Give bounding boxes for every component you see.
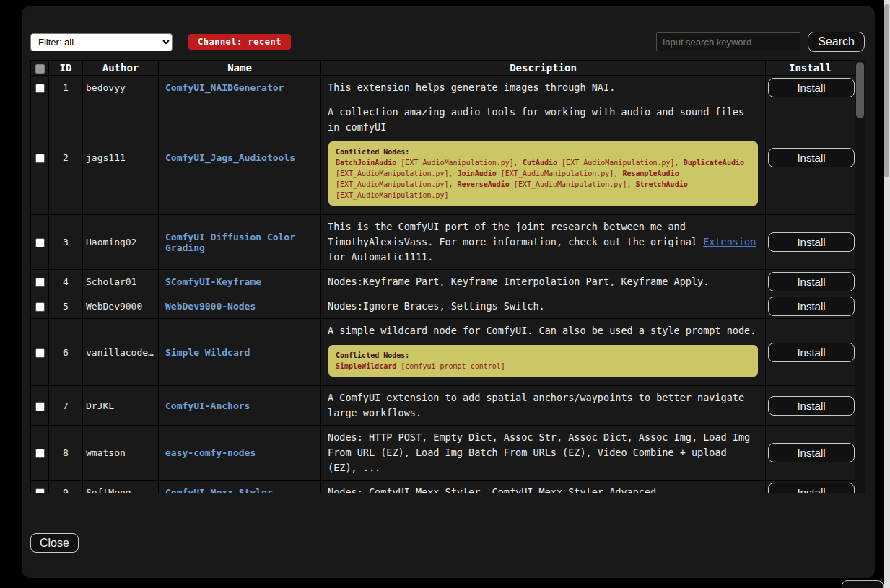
description-text: Nodes: ComfyUI Mexx Styler, ComfyUI Mexx… xyxy=(328,485,759,493)
extension-name-link[interactable]: ComfyUI_NAIDGenerator xyxy=(165,82,284,93)
install-button[interactable]: Install xyxy=(768,396,855,416)
extensions-table-container: ID Author Name Description Install 1bedo… xyxy=(30,60,865,493)
row-select-cell xyxy=(31,76,49,100)
row-checkbox[interactable] xyxy=(35,348,45,358)
row-select-cell xyxy=(31,100,49,215)
row-author: Haoming02 xyxy=(83,215,159,270)
search-button[interactable]: Search xyxy=(808,32,865,52)
row-install-cell: Install xyxy=(766,100,855,215)
description-text: Nodes: HTTP POST, Empty Dict, Assoc Str,… xyxy=(328,430,759,475)
row-id: 2 xyxy=(49,100,83,215)
description-text: This extension helps generate images thr… xyxy=(328,80,759,95)
extension-name-link[interactable]: ComfyUI_Jags_Audiotools xyxy=(165,152,295,163)
install-button[interactable]: Install xyxy=(768,232,855,252)
conflicted-nodes-box: Conflicted Nodes:SimpleWildcard [comfyui… xyxy=(328,345,758,377)
table-row: 8wmatsoneasy-comfy-nodesNodes: HTTP POST… xyxy=(31,426,855,481)
row-id: 5 xyxy=(49,294,83,319)
row-checkbox[interactable] xyxy=(35,449,45,458)
close-button[interactable]: Close xyxy=(30,533,79,553)
row-checkbox[interactable] xyxy=(35,302,45,312)
description-text: A simple wildcard node for ComfyUI. Can … xyxy=(328,323,759,338)
extension-name-link[interactable]: ComfyUI-Anchors xyxy=(165,400,250,411)
row-description-cell: Nodes:Ignore Braces, Settings Switch. xyxy=(321,294,766,319)
table-row: 4Scholar01SComfyUI-KeyframeNodes:Keyfram… xyxy=(31,270,855,294)
row-checkbox[interactable] xyxy=(35,154,45,163)
install-button[interactable]: Install xyxy=(768,297,855,316)
row-id: 8 xyxy=(49,426,83,481)
row-name-cell: easy-comfy-nodes xyxy=(159,426,321,481)
install-button[interactable]: Install xyxy=(768,343,855,362)
conflict-node-ext: [comfyui-prompt-control] xyxy=(396,362,505,370)
select-all-cell xyxy=(31,61,49,76)
row-id: 3 xyxy=(49,215,83,270)
row-author: vanillacode… xyxy=(83,319,159,386)
install-button[interactable]: Install xyxy=(768,443,855,462)
row-install-cell: Install xyxy=(766,215,855,270)
extension-name-link[interactable]: ComfyUI_Mexx_Styler xyxy=(165,487,273,493)
row-author: bedovyy xyxy=(83,76,159,100)
row-checkbox[interactable] xyxy=(35,278,45,287)
table-row: 7DrJKLComfyUI-AnchorsA ComfyUI extension… xyxy=(31,386,855,426)
extension-name-link[interactable]: ComfyUI Diffusion Color Grading xyxy=(165,232,295,253)
conflict-node-name: BatchJoinAudio xyxy=(336,159,396,167)
conflict-node-name: JoinAudio xyxy=(458,170,497,177)
row-install-cell: Install xyxy=(766,270,855,294)
description-text: Nodes:Ignore Braces, Settings Switch. xyxy=(328,299,759,314)
install-button[interactable]: Install xyxy=(768,148,855,167)
row-checkbox[interactable] xyxy=(35,488,45,493)
row-name-cell: ComfyUI-Anchors xyxy=(159,386,321,426)
row-author: DrJKL xyxy=(83,386,159,426)
toolbar: Filter: all Channel: recent Search xyxy=(30,32,865,52)
conflict-node-ext: [EXT_AudioManipulation.py] xyxy=(336,191,449,199)
row-checkbox[interactable] xyxy=(35,402,45,411)
row-name-cell: ComfyUI Diffusion Color Grading xyxy=(159,215,321,270)
extension-name-link[interactable]: Simple Wildcard xyxy=(165,347,250,358)
select-all-checkbox[interactable] xyxy=(35,64,45,74)
filter-select[interactable]: Filter: all xyxy=(30,33,173,51)
conflicted-nodes-title: Conflicted Nodes: xyxy=(336,146,751,157)
table-scrollbar-thumb[interactable] xyxy=(856,62,864,118)
row-install-cell: Install xyxy=(766,386,855,426)
table-row: 3Haoming02ComfyUI Diffusion Color Gradin… xyxy=(31,215,855,270)
row-id: 1 xyxy=(49,76,83,100)
extension-name-link[interactable]: easy-comfy-nodes xyxy=(165,447,256,458)
conflict-node-name: ReverseAudio xyxy=(458,180,510,188)
extension-name-link[interactable]: WebDev9000-Nodes xyxy=(165,301,256,312)
row-name-cell: ComfyUI_Mexx_Styler xyxy=(159,481,321,494)
row-checkbox[interactable] xyxy=(35,84,45,93)
conflict-node-name: ResampleAudio xyxy=(622,170,679,177)
row-select-cell xyxy=(31,481,49,494)
row-checkbox[interactable] xyxy=(35,238,45,247)
custom-nodes-manager-dialog: Filter: all Channel: recent Search ID Au… xyxy=(22,6,875,578)
extensions-table: ID Author Name Description Install 1bedo… xyxy=(30,60,855,493)
description-text: A collection amazing audio tools for wor… xyxy=(328,105,759,135)
table-row: 2jags111ComfyUI_Jags_AudiotoolsA collect… xyxy=(31,100,855,215)
conflict-node-ext: [EXT_AudioManipulation.py] xyxy=(497,170,614,177)
header-author: Author xyxy=(83,61,159,76)
extension-name-link[interactable]: SComfyUI-Keyframe xyxy=(165,276,261,287)
row-name-cell: ComfyUI_NAIDGenerator xyxy=(159,76,321,100)
row-description-cell: Nodes: HTTP POST, Empty Dict, Assoc Str,… xyxy=(321,426,766,481)
row-id: 9 xyxy=(49,481,83,494)
install-button[interactable]: Install xyxy=(768,483,855,493)
row-author: wmatson xyxy=(83,426,159,481)
install-button[interactable]: Install xyxy=(768,272,855,291)
conflict-node-ext: [EXT_AudioManipulation.py] xyxy=(396,159,514,167)
row-name-cell: WebDev9000-Nodes xyxy=(159,294,321,319)
header-name: Name xyxy=(159,61,321,76)
row-install-cell: Install xyxy=(766,76,855,100)
description-link[interactable]: Extension xyxy=(703,236,756,247)
channel-badge: Channel: recent xyxy=(188,34,291,50)
install-button[interactable]: Install xyxy=(768,78,855,97)
conflict-node-ext: [EXT_AudioManipulation.py] xyxy=(557,159,675,167)
conflict-node-ext: [EXT_AudioManipulation.py] xyxy=(336,170,449,177)
row-id: 4 xyxy=(49,270,83,294)
row-description-cell: This extension helps generate images thr… xyxy=(321,76,766,100)
row-id: 6 xyxy=(49,319,83,386)
search-input[interactable] xyxy=(656,32,800,51)
page-scrollbar-thumb[interactable] xyxy=(884,4,889,177)
row-select-cell xyxy=(31,215,49,270)
row-name-cell: ComfyUI_Jags_Audiotools xyxy=(159,100,321,215)
header-install: Install xyxy=(766,61,855,76)
row-select-cell xyxy=(31,386,49,426)
